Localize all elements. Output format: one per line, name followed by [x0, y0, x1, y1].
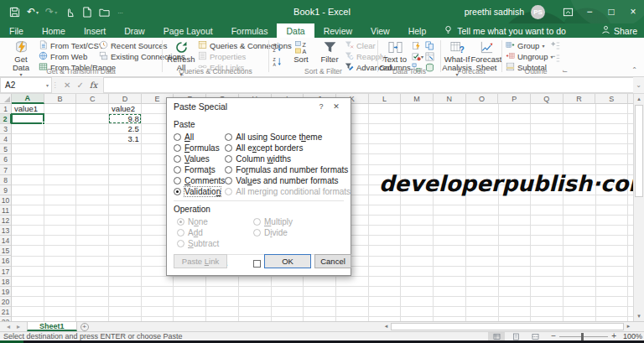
collapse-ribbon-icon[interactable]: ⌃ — [631, 66, 637, 74]
row-header-14[interactable]: 14 — [0, 236, 12, 246]
scroll-up-icon[interactable]: ▴ — [634, 94, 644, 104]
radio-formats[interactable]: Formats — [174, 164, 225, 175]
zoom-out-icon[interactable]: − — [551, 332, 556, 340]
touch-mode-icon[interactable] — [61, 3, 77, 20]
column-header-r[interactable]: R — [564, 94, 596, 104]
sort-ascending-icon[interactable]: AZ — [273, 42, 282, 52]
radio-column-widths[interactable]: Column widths — [225, 153, 351, 164]
row-header-18[interactable]: 18 — [0, 277, 12, 287]
zoom-slider[interactable] — [559, 336, 608, 337]
row-header-8[interactable]: 8 — [0, 175, 12, 185]
row-header-9[interactable]: 9 — [0, 185, 12, 195]
tab-help[interactable]: Help — [399, 23, 436, 38]
row-header-5[interactable]: 5 — [0, 144, 12, 154]
column-header-c[interactable]: C — [76, 94, 109, 104]
column-header-o[interactable]: O — [466, 94, 499, 104]
vertical-scrollbar[interactable]: ▴ ▾ — [633, 94, 644, 321]
avatar[interactable]: PS — [531, 5, 545, 19]
restore-button[interactable]: □ — [600, 0, 622, 23]
page-break-view-icon[interactable] — [527, 332, 543, 340]
row-header-15[interactable]: 15 — [0, 246, 12, 256]
row-header-10[interactable]: 10 — [0, 195, 12, 205]
zoom-level[interactable]: 100% — [619, 332, 642, 340]
sort-button[interactable]: ZA Sort — [288, 39, 314, 64]
tab-draw[interactable]: Draw — [115, 23, 154, 38]
row-header-11[interactable]: 11 — [0, 205, 12, 216]
name-box-dropdown-icon[interactable]: ▾ — [46, 82, 49, 88]
vertical-scroll-thumb[interactable] — [635, 105, 643, 197]
ok-button[interactable]: OK — [264, 254, 311, 268]
row-header-21[interactable]: 21 — [0, 307, 12, 317]
horizontal-scrollbar[interactable]: ◂ ▸ — [382, 322, 633, 330]
minimize-button[interactable]: − — [579, 0, 600, 23]
customize-qat-icon[interactable]: ⋯ — [114, 3, 125, 20]
row-header-2[interactable]: 2 — [0, 114, 12, 124]
page-layout-view-icon[interactable] — [507, 332, 524, 340]
radio-all-using-source-theme[interactable]: All using Source theme — [225, 132, 351, 143]
save-icon[interactable] — [7, 3, 23, 20]
column-header-d[interactable]: D — [109, 94, 142, 104]
radio-icon[interactable] — [225, 177, 232, 184]
name-box[interactable]: A2 ▾ — [0, 77, 52, 93]
cell-D3[interactable]: 2.5 — [109, 124, 142, 134]
data-validation-icon[interactable]: ▾ — [412, 51, 423, 62]
radio-all[interactable]: All — [174, 132, 225, 143]
scroll-down-icon[interactable]: ▾ — [634, 311, 644, 321]
new-file-icon[interactable] — [79, 3, 95, 20]
radio-icon[interactable] — [174, 144, 181, 152]
tab-page-layout[interactable]: Page Layout — [154, 23, 222, 38]
outline-dialog-launcher-icon[interactable]: ⌙ — [562, 67, 568, 75]
user-name[interactable]: preethi sadhish — [465, 7, 524, 17]
sheet-nav-right-icon[interactable]: ▸ — [17, 323, 20, 330]
insert-function-icon[interactable]: fx — [90, 81, 97, 90]
tell-me-box[interactable]: Tell me what you want to do — [435, 23, 574, 38]
zoom-slider-handle[interactable] — [581, 333, 584, 340]
open-folder-icon[interactable] — [96, 3, 112, 20]
active-cell-selection[interactable] — [11, 113, 44, 124]
radio-icon[interactable] — [225, 133, 232, 141]
radio-icon[interactable] — [225, 155, 232, 163]
ribbon-display-options-icon[interactable] — [557, 0, 579, 23]
redo-icon[interactable]: ↷▾ — [43, 3, 60, 20]
row-header-12[interactable]: 12 — [0, 216, 12, 226]
formula-input[interactable] — [103, 77, 633, 93]
column-header-a[interactable]: A — [12, 94, 44, 104]
tab-review[interactable]: Review — [314, 23, 361, 38]
dialog-help-icon[interactable]: ? — [314, 102, 329, 111]
cell-D1[interactable]: value2 — [109, 104, 142, 114]
undo-icon[interactable]: ↶▾ — [24, 3, 41, 20]
radio-icon[interactable] — [225, 166, 232, 174]
radio-icon[interactable] — [225, 144, 232, 152]
sheet-nav-left-icon[interactable]: ◂ — [7, 323, 10, 330]
formula-bar-splitter[interactable]: ⋮ — [52, 77, 58, 93]
cancel-entry-icon[interactable]: ✕ — [64, 81, 70, 90]
share-button[interactable]: Share — [601, 23, 637, 38]
sort-descending-icon[interactable]: ZA — [273, 56, 282, 66]
radio-validation[interactable]: Validation — [174, 186, 225, 197]
tab-formulas[interactable]: Formulas — [222, 23, 278, 38]
normal-view-icon[interactable] — [488, 332, 505, 340]
enter-entry-icon[interactable]: ✓ — [76, 81, 83, 90]
row-header-16[interactable]: 16 — [0, 256, 12, 266]
tab-view[interactable]: View — [361, 23, 399, 38]
zoom-in-icon[interactable]: + — [611, 332, 616, 340]
scroll-right-icon[interactable]: ▸ — [624, 322, 633, 330]
flash-fill-icon[interactable] — [412, 40, 423, 51]
radio-all-except-borders[interactable]: All except borders — [225, 143, 351, 153]
column-header-n[interactable]: N — [434, 94, 466, 104]
radio-icon[interactable] — [174, 166, 181, 174]
ungroup-button[interactable]: Ungroup▾ — [506, 51, 553, 61]
tab-insert[interactable]: Insert — [75, 23, 115, 38]
dialog-close-icon[interactable]: ✕ — [329, 102, 344, 111]
filter-button[interactable]: Filter — [316, 39, 343, 64]
consolidate-icon[interactable] — [425, 51, 437, 62]
tab-home[interactable]: Home — [33, 23, 75, 38]
horizontal-scroll-thumb[interactable] — [391, 323, 624, 330]
new-sheet-icon[interactable]: + — [77, 322, 92, 331]
radio-formulas-and-number-formats[interactable]: Formulas and number formats — [225, 164, 351, 175]
row-header-6[interactable]: 6 — [0, 154, 12, 164]
column-header-l[interactable]: L — [369, 94, 402, 104]
radio-icon[interactable] — [174, 188, 181, 195]
row-header-7[interactable]: 7 — [0, 165, 12, 175]
radio-comments[interactable]: Comments — [174, 175, 225, 186]
